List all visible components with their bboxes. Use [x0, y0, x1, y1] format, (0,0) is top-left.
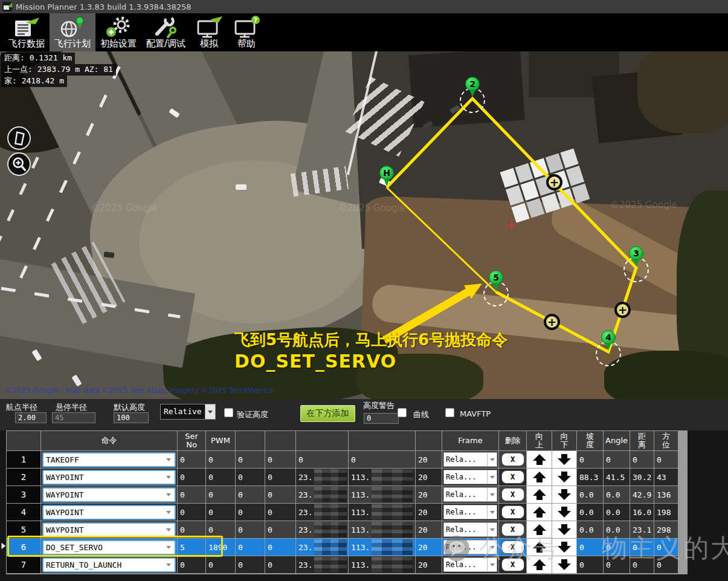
altitude-cell[interactable]: 20 — [416, 521, 442, 539]
longitude-cell[interactable]: 113. — [349, 469, 416, 486]
param4-cell[interactable]: 0 — [265, 521, 296, 539]
param3-cell[interactable]: 0 — [236, 469, 265, 486]
tab-simulation[interactable]: 模拟 — [190, 13, 228, 51]
table-row[interactable]: 1 TAKEOFF 0 0 0 0 0 0 20 Rela... X — [7, 451, 687, 469]
move-down-button[interactable] — [552, 539, 576, 556]
param3-cell[interactable]: 0 — [236, 539, 265, 556]
altitude-cell[interactable]: 20 — [416, 451, 442, 469]
move-up-button[interactable] — [527, 521, 552, 538]
waypoint-marker-3[interactable]: 3 — [628, 246, 644, 267]
latitude-cell[interactable]: 23. — [296, 504, 349, 521]
waypoint-marker-5[interactable]: 5 — [488, 270, 504, 291]
table-row[interactable]: 7 RETURN_TO_LAUNCH 0 0 0 0 23. 113. 20 R… — [7, 556, 687, 574]
latitude-cell[interactable]: 23. — [296, 521, 349, 539]
param4-cell[interactable]: 0 — [265, 486, 296, 504]
param2-cell[interactable]: 0 — [206, 469, 236, 486]
frame-select[interactable]: Rela... — [443, 522, 497, 537]
table-row[interactable]: 4 WAYPOINT 0 0 0 0 23. 113. 20 Rela... — [7, 504, 687, 521]
param3-cell[interactable]: 0 — [236, 486, 265, 504]
add-below-button[interactable]: 在下方添加 — [300, 405, 355, 422]
param3-cell[interactable]: 0 — [236, 556, 265, 574]
table-row[interactable]: 2 WAYPOINT 0 0 0 0 23. 113. 20 Rela... — [7, 469, 687, 486]
param1-cell[interactable]: 0 — [178, 556, 206, 574]
tab-flight-data[interactable]: 飞行数据 — [4, 13, 50, 51]
latitude-cell[interactable]: 23. — [296, 539, 349, 556]
move-up-button[interactable] — [527, 469, 552, 485]
table-row[interactable]: 3 WAYPOINT 0 0 0 0 23. 113. 20 Rela... — [7, 486, 687, 504]
latitude-cell[interactable]: 23. — [296, 556, 349, 574]
map-view[interactable]: ©2025 Google ©2025 Google ©2025 Google H… — [0, 51, 728, 399]
alt-warn-input[interactable] — [364, 413, 399, 424]
move-up-button[interactable] — [527, 504, 552, 521]
move-down-button[interactable] — [552, 556, 576, 573]
param2-cell[interactable]: 0 — [206, 556, 236, 574]
move-up-button[interactable] — [527, 556, 552, 573]
param2-cell[interactable]: 0 — [206, 504, 236, 521]
param2-cell[interactable]: 1890 — [206, 539, 236, 556]
frame-select[interactable]: Rela... — [443, 540, 497, 554]
param1-cell[interactable]: 5 — [178, 539, 206, 556]
move-down-button[interactable] — [552, 469, 576, 485]
move-down-button[interactable] — [552, 451, 576, 468]
delete-row-button[interactable]: X — [501, 523, 524, 536]
tab-config-tuning[interactable]: 配置/调试 — [141, 13, 190, 51]
zoom-in-tool[interactable] — [7, 152, 31, 176]
altitude-cell[interactable]: 20 — [416, 504, 442, 521]
longitude-cell[interactable]: 113. — [349, 504, 416, 521]
param4-cell[interactable]: 0 — [265, 451, 296, 469]
delete-row-button[interactable]: X — [501, 488, 524, 501]
param2-cell[interactable]: 0 — [206, 486, 236, 504]
longitude-cell[interactable]: 0 — [349, 451, 416, 469]
longitude-cell[interactable]: 113. — [349, 521, 416, 539]
segment-midpoint-add[interactable]: + — [544, 314, 560, 330]
latitude-cell[interactable]: 23. — [296, 469, 349, 486]
param4-cell[interactable]: 0 — [265, 504, 296, 521]
wp-radius-input[interactable] — [15, 412, 47, 423]
latitude-cell[interactable]: 0 — [296, 451, 349, 469]
frame-select[interactable]: Rela... — [443, 470, 497, 484]
param2-cell[interactable]: 0 — [206, 451, 236, 469]
delete-row-button[interactable]: X — [501, 470, 524, 484]
param2-cell[interactable]: 0 — [206, 521, 236, 539]
command-select[interactable]: TAKEOFF — [42, 452, 176, 467]
param1-cell[interactable]: 0 — [178, 469, 206, 486]
tab-help[interactable]: ? 帮助 — [228, 13, 265, 51]
spline-checkbox[interactable] — [398, 408, 407, 417]
segment-midpoint-add[interactable]: + — [546, 174, 562, 190]
table-row[interactable]: 5 WAYPOINT 0 0 0 0 23. 113. 20 Rela... — [7, 521, 687, 539]
param1-cell[interactable]: 0 — [178, 504, 206, 521]
command-select[interactable]: WAYPOINT — [42, 505, 176, 520]
altitude-cell[interactable]: 20 — [416, 469, 442, 486]
param3-cell[interactable]: 0 — [236, 521, 265, 539]
move-up-button[interactable] — [527, 539, 552, 556]
delete-row-button[interactable]: X — [501, 540, 524, 554]
move-up-button[interactable] — [527, 486, 552, 503]
latitude-cell[interactable]: 23. — [296, 486, 349, 504]
param3-cell[interactable]: 0 — [236, 504, 265, 521]
command-select[interactable]: WAYPOINT — [42, 522, 176, 537]
delete-row-button[interactable]: X — [501, 505, 524, 519]
param1-cell[interactable]: 0 — [178, 451, 206, 469]
param3-cell[interactable]: 0 — [236, 451, 265, 469]
param4-cell[interactable]: 0 — [265, 539, 296, 556]
delete-row-button[interactable]: X — [501, 453, 524, 466]
mavftp-checkbox[interactable] — [445, 408, 454, 417]
param4-cell[interactable]: 0 — [265, 556, 296, 574]
default-alt-input[interactable] — [114, 412, 149, 423]
waypoint-marker-2[interactable]: 2 — [465, 77, 480, 97]
frame-select[interactable]: Rela... — [443, 557, 497, 572]
frame-select[interactable]: Rela... — [443, 452, 497, 467]
move-down-button[interactable] — [552, 504, 576, 521]
altitude-frame-select[interactable]: Relative — [160, 404, 216, 420]
draw-polygon-tool[interactable] — [7, 126, 31, 150]
segment-midpoint-add[interactable]: + — [614, 302, 631, 318]
param1-cell[interactable]: 0 — [178, 486, 206, 504]
tab-initial-setup[interactable]: 初始设置 — [95, 13, 141, 51]
delete-row-button[interactable]: X — [501, 558, 524, 571]
command-select[interactable]: WAYPOINT — [42, 487, 176, 502]
table-row[interactable]: 6 DO_SET_SERVO 5 1890 0 0 23. 113. 20 Re… — [7, 539, 687, 556]
verify-alt-checkbox[interactable] — [224, 408, 233, 417]
command-select[interactable]: WAYPOINT — [42, 470, 176, 485]
longitude-cell[interactable]: 113. — [349, 556, 416, 574]
altitude-cell[interactable]: 20 — [416, 556, 442, 574]
